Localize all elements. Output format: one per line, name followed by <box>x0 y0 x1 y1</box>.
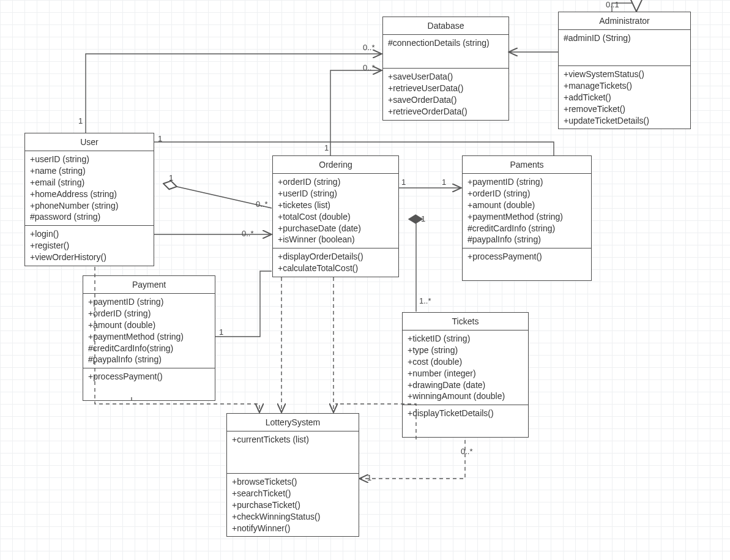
attr: #paypalInfo (string) <box>88 354 210 365</box>
attr: +purchaseDate (date) <box>278 223 393 234</box>
attr: +email (string) <box>30 177 149 189</box>
attr: +winningAmount (double) <box>408 390 523 402</box>
op: +searchTicket() <box>232 488 354 499</box>
class-title: Administrator <box>559 12 690 30</box>
attr: +cost (double) <box>408 356 523 368</box>
op: +removeTicket() <box>564 103 685 115</box>
op: +register() <box>30 240 149 252</box>
attr: +phoneNumber (string) <box>30 200 149 212</box>
attr: +ticketes (list) <box>278 200 393 211</box>
mult: 1 <box>421 214 425 223</box>
attr: +orderID (string) <box>88 308 210 319</box>
class-administrator[interactable]: Administrator #adminID (String) +viewSys… <box>558 12 691 129</box>
attr: +amount (double) <box>467 200 586 211</box>
op: +retrieveOrderData() <box>388 106 504 118</box>
op: +displayOrderDetails() <box>278 251 393 263</box>
op: +saveUserData() <box>388 71 504 83</box>
mult: 1 <box>324 143 329 152</box>
mult: 0..* <box>461 447 473 456</box>
op: +displayTicketDetails() <box>408 408 523 419</box>
diagram-canvas: Database #connectionDetails (string) +sa… <box>0 0 730 560</box>
class-title: Ordering <box>273 156 398 174</box>
mult: 1..* <box>419 296 431 305</box>
class-title: LotterySystem <box>227 414 359 431</box>
mult: 1 <box>169 173 173 182</box>
class-title: Payment <box>83 276 215 294</box>
attr: +orderID (string) <box>467 188 586 200</box>
mult: 0..* <box>363 63 375 72</box>
mult: 1 <box>219 327 223 337</box>
class-title: Tickets <box>403 313 528 330</box>
class-user[interactable]: User +userID (string) +name (string) +em… <box>24 133 154 266</box>
class-title: Database <box>383 17 508 35</box>
mult: 0..* <box>242 229 254 238</box>
class-tickets[interactable]: Tickets +ticketID (string) +type (string… <box>402 312 529 438</box>
class-ordering[interactable]: Ordering +orderID (string) +userID (stri… <box>272 155 399 277</box>
attr: +paymentMethod (string) <box>467 211 586 223</box>
attr: +paymentMethod (string) <box>88 331 210 343</box>
attr: +homeAddress (string) <box>30 189 149 200</box>
attr: +currentTickets (list) <box>232 434 354 446</box>
class-payment[interactable]: Payment +paymentID (string) +orderID (st… <box>83 275 215 401</box>
op: +notifyWinner() <box>232 523 354 534</box>
op: +viewOrderHistory() <box>30 252 149 263</box>
op: +checkWinningStatus() <box>232 511 354 523</box>
mult: 0..* <box>256 200 268 209</box>
attr: #password (string) <box>30 211 149 223</box>
attr: +paymentID (string) <box>88 296 210 308</box>
op: +login() <box>30 228 149 240</box>
op: +browseTickets() <box>232 476 354 488</box>
attr: +isWinner (boolean) <box>278 234 393 245</box>
attr: +name (string) <box>30 165 149 177</box>
class-title: Paments <box>463 156 591 174</box>
attr: +totalCost (double) <box>278 211 393 223</box>
op: +retrieveUserData() <box>388 83 504 94</box>
attr: +type (string) <box>408 345 523 356</box>
attr: #connectionDetails (string) <box>388 37 504 49</box>
attr: +ticketID (string) <box>408 333 523 345</box>
attr: #adminID (String) <box>564 32 685 44</box>
mult: 1 <box>78 116 83 125</box>
op: +viewSystemStatus() <box>564 69 685 80</box>
attr: +userID (string) <box>278 188 393 200</box>
attr: #creditCardInfo (string) <box>467 223 586 234</box>
op: +manageTickets() <box>564 80 685 92</box>
attr: +userID (string) <box>30 154 149 165</box>
op: +calculateTotalCost() <box>278 263 393 274</box>
attr: #creditCardInfo(string) <box>88 343 210 354</box>
class-database[interactable]: Database #connectionDetails (string) +sa… <box>382 17 509 121</box>
class-title: User <box>25 133 154 151</box>
op: +addTicket() <box>564 92 685 103</box>
attr: +amount (double) <box>88 319 210 331</box>
op: +purchaseTicket() <box>232 499 354 511</box>
class-lotterysystem[interactable]: LotterySystem +currentTickets (list) +br… <box>226 413 359 537</box>
mult: 1 <box>442 177 446 187</box>
mult: 1 <box>367 473 371 482</box>
op: +processPayment() <box>88 371 210 383</box>
class-paments[interactable]: Paments +paymentID (string) +orderID (st… <box>462 155 592 281</box>
attr: #paypalInfo (string) <box>467 234 586 245</box>
attr: +paymentID (string) <box>467 176 586 188</box>
mult: 0..* <box>363 43 375 52</box>
op: +processPayment() <box>467 251 586 263</box>
op: +updateTicketDetails() <box>564 115 685 127</box>
mult: 1 <box>158 134 162 143</box>
op: +saveOrderData() <box>388 94 504 106</box>
mult: 1 <box>401 177 406 187</box>
attr: +number (integer) <box>408 368 523 379</box>
attr: +orderID (string) <box>278 176 393 188</box>
mult: 0..1 <box>606 0 619 9</box>
attr: +drawingDate (date) <box>408 379 523 391</box>
